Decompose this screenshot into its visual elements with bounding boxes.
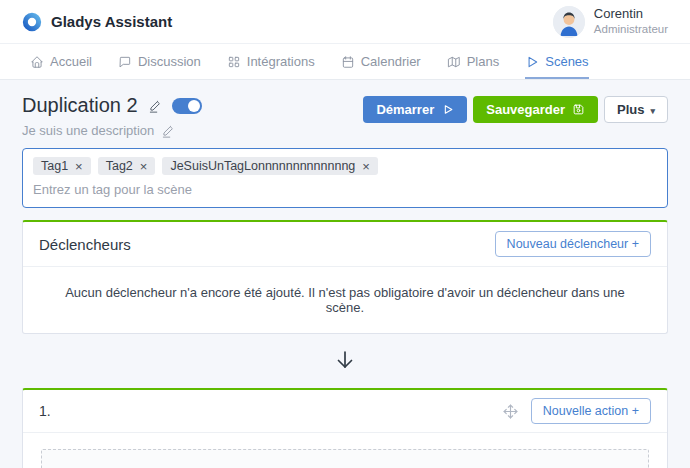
remove-tag-icon[interactable]: × bbox=[140, 160, 148, 173]
user-role: Administrateur bbox=[594, 22, 668, 36]
page-title: Duplication 2 bbox=[22, 94, 138, 117]
save-scene-button[interactable]: Sauvegarder bbox=[473, 96, 598, 123]
remove-tag-icon[interactable]: × bbox=[75, 160, 83, 173]
start-scene-button[interactable]: Démarrer bbox=[363, 96, 467, 123]
brand-link[interactable]: Gladys Assistant bbox=[22, 12, 172, 32]
tag-editor[interactable]: Tag1 × Tag2 × JeSuisUnTagLonnnnnnnnnnnnn… bbox=[22, 148, 668, 208]
edit-description-icon[interactable] bbox=[161, 124, 175, 138]
play-icon bbox=[525, 55, 539, 69]
nav-item-scenes[interactable]: Scènes bbox=[525, 44, 588, 79]
action-dropzone[interactable] bbox=[41, 449, 649, 468]
move-handle-icon[interactable] bbox=[502, 403, 519, 420]
action-group-label: 1. bbox=[39, 403, 51, 419]
nav-item-integrations[interactable]: Intégrations bbox=[227, 44, 315, 79]
edit-title-icon[interactable] bbox=[148, 99, 162, 113]
scene-page: Duplication 2 Je suis une description Dé… bbox=[0, 80, 690, 468]
new-trigger-button[interactable]: Nouveau déclencheur + bbox=[495, 231, 651, 257]
app-header: Gladys Assistant Corentin Administrateur bbox=[0, 0, 690, 44]
tag-chip: JeSuisUnTagLonnnnnnnnnnnnng × bbox=[162, 157, 377, 175]
gladys-logo-icon bbox=[22, 12, 42, 32]
nav-item-discussion[interactable]: Discussion bbox=[118, 44, 201, 79]
avatar bbox=[553, 6, 585, 38]
calendar-icon bbox=[341, 55, 355, 69]
arrow-down-icon bbox=[333, 348, 357, 372]
tag-chip: Tag1 × bbox=[33, 157, 91, 175]
home-icon bbox=[30, 55, 44, 69]
nav-item-calendrier[interactable]: Calendrier bbox=[341, 44, 421, 79]
triggers-title: Déclencheurs bbox=[39, 236, 131, 253]
chevron-down-icon: ▾ bbox=[650, 106, 655, 116]
triggers-empty-message: Aucun déclencheur n'a encore été ajouté.… bbox=[47, 285, 643, 315]
action-group-card: 1. Nouvelle action + bbox=[22, 388, 668, 468]
nav-label: Calendrier bbox=[361, 54, 421, 69]
nav-label: Accueil bbox=[50, 54, 92, 69]
scene-description: Je suis une description bbox=[22, 123, 154, 138]
play-icon bbox=[441, 103, 454, 116]
user-menu[interactable]: Corentin Administrateur bbox=[553, 6, 668, 38]
main-nav: Accueil Discussion Intégrations Calendri… bbox=[0, 44, 690, 80]
nav-label: Discussion bbox=[138, 54, 201, 69]
more-menu-button[interactable]: Plus ▾ bbox=[604, 96, 668, 123]
grid-icon bbox=[227, 55, 241, 69]
new-action-button[interactable]: Nouvelle action + bbox=[531, 398, 651, 424]
map-icon bbox=[447, 55, 461, 69]
nav-item-accueil[interactable]: Accueil bbox=[30, 44, 92, 79]
nav-label: Scènes bbox=[545, 54, 588, 69]
flow-arrow bbox=[22, 334, 668, 382]
save-icon bbox=[572, 103, 585, 116]
tag-input[interactable] bbox=[33, 182, 657, 197]
tag-chip: Tag2 × bbox=[98, 157, 156, 175]
nav-item-plans[interactable]: Plans bbox=[447, 44, 500, 79]
remove-tag-icon[interactable]: × bbox=[362, 160, 370, 173]
message-icon bbox=[118, 55, 132, 69]
nav-label: Intégrations bbox=[247, 54, 315, 69]
user-name: Corentin bbox=[594, 6, 668, 22]
triggers-card: Déclencheurs Nouveau déclencheur + Aucun… bbox=[22, 220, 668, 334]
nav-label: Plans bbox=[467, 54, 500, 69]
app-title: Gladys Assistant bbox=[51, 13, 172, 30]
scene-enabled-toggle[interactable] bbox=[172, 98, 202, 114]
